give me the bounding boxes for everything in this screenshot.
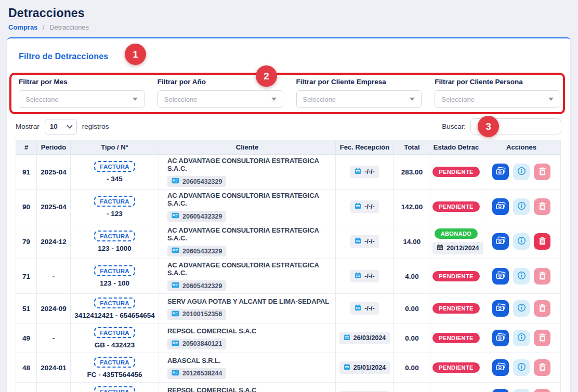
status-badge: PENDIENTE xyxy=(432,362,480,373)
row-number-cell: 90 xyxy=(16,190,37,224)
delete-button[interactable] xyxy=(534,233,550,250)
table-row: 902025-04FACTURA- 123AC ADVANTAGE CONSUL… xyxy=(16,190,561,224)
row-number-cell: 48 xyxy=(16,353,37,383)
breadcrumb-current: Detracciones xyxy=(49,23,89,31)
filter-cliente-empresa-label: Filtrar por Cliente Empresa xyxy=(296,78,422,86)
doc-type-badge: FACTURA xyxy=(94,231,135,241)
reception-cell: 22/03/2024 xyxy=(336,383,394,392)
table-header-row: # Periodo Tipo / N° Cliente Fec. Recepci… xyxy=(16,140,561,155)
filter-panel-title: Filtro de Detracciones xyxy=(19,52,108,61)
payment-button[interactable] xyxy=(492,268,509,285)
doc-type-cell: FACTURA3412412421 - 654654654 xyxy=(71,294,159,323)
reception-date: -/-/- xyxy=(364,273,374,280)
info-button[interactable] xyxy=(513,300,530,317)
reception-date-badge: -/-/- xyxy=(350,235,378,248)
period-cell: - xyxy=(37,323,71,353)
id-card-icon xyxy=(172,212,179,220)
payment-button[interactable] xyxy=(492,164,509,180)
client-ruc: 20503840121 xyxy=(182,340,222,347)
delete-button[interactable] xyxy=(534,300,550,317)
filter-mes-select[interactable]: Seleccione xyxy=(19,90,144,108)
id-card-icon xyxy=(172,178,179,185)
status-badge: PENDIENTE xyxy=(432,303,480,314)
client-ruc: 20126538244 xyxy=(182,370,222,377)
filter-cliente-persona-label: Filtrar por Cliente Persona xyxy=(435,78,560,86)
payment-button[interactable] xyxy=(492,330,509,346)
payment-button[interactable] xyxy=(492,198,509,215)
doc-type-badge: FACTURA xyxy=(94,386,135,392)
reception-date-badge: -/-/- xyxy=(350,166,378,178)
client-name: AC ADVANTAGE CONSULTORIA ESTRATEGICA S.A… xyxy=(167,157,333,172)
trash-icon xyxy=(538,304,546,314)
page-size-value: 10 xyxy=(50,123,58,130)
delete-button[interactable] xyxy=(534,164,550,180)
col-estado: Estado Detrac xyxy=(430,140,482,155)
info-button[interactable] xyxy=(513,389,530,392)
info-button[interactable] xyxy=(513,268,530,285)
doc-type-badge: FACTURA xyxy=(94,161,135,172)
filters-row: Filtrar por Mes Seleccione Filtrar por A… xyxy=(19,78,560,108)
info-button[interactable] xyxy=(513,198,530,215)
delete-button[interactable] xyxy=(534,389,550,392)
info-button[interactable] xyxy=(513,359,530,376)
row-number-cell: 71 xyxy=(16,259,37,294)
client-cell: SERV AGUA POTAB Y ALCANT DE LIMA-SEDAPAL… xyxy=(159,294,336,323)
payment-button[interactable] xyxy=(492,389,509,392)
info-button[interactable] xyxy=(513,330,530,346)
client-ruc-badge: 20126538244 xyxy=(167,368,226,379)
col-tipo: Tipo / N° xyxy=(71,140,159,155)
breadcrumb-compras-link[interactable]: Compras xyxy=(8,23,37,31)
client-cell: ABASCAL S.R.L.20126538244 xyxy=(159,353,336,383)
client-ruc-badge: 20503840121 xyxy=(167,339,226,349)
id-card-icon xyxy=(172,370,179,377)
col-total: Total xyxy=(394,140,430,155)
status-cell: PENDIENTE xyxy=(430,259,482,294)
col-num: # xyxy=(16,140,37,155)
payment-button[interactable] xyxy=(492,300,509,317)
status-cell: PENDIENTE xyxy=(430,353,482,383)
client-ruc-badge: 20605432329 xyxy=(167,246,226,256)
chevron-down-icon xyxy=(548,98,554,101)
doc-type-cell: FACTURA123 - 100 xyxy=(71,259,159,294)
info-button[interactable] xyxy=(513,164,530,180)
filter-anio-placeholder: Seleccione xyxy=(164,96,198,103)
delete-button[interactable] xyxy=(534,268,550,285)
actions-cell xyxy=(482,383,561,392)
total-cell: 0.00 xyxy=(394,353,430,383)
filter-cliente-empresa-select[interactable]: Seleccione xyxy=(296,90,422,108)
doc-type-badge: FACTURA xyxy=(94,357,135,368)
actions-group xyxy=(484,389,558,392)
delete-button[interactable] xyxy=(534,198,550,215)
table-body: 912025-04FACTURA- 345AC ADVANTAGE CONSUL… xyxy=(16,155,561,392)
trash-icon xyxy=(538,363,546,373)
trash-icon xyxy=(538,167,546,177)
payment-button[interactable] xyxy=(492,359,509,376)
chevron-down-icon xyxy=(410,98,415,101)
col-fec-recepcion: Fec. Recepción xyxy=(336,140,394,155)
filter-anio-select[interactable]: Seleccione xyxy=(157,90,283,108)
calendar-icon xyxy=(354,202,361,211)
payment-button[interactable] xyxy=(492,233,509,250)
reception-date: 26/03/2024 xyxy=(353,334,386,342)
delete-button[interactable] xyxy=(534,359,550,376)
total-cell: 142.00 xyxy=(394,190,430,224)
status-badge: PENDIENTE xyxy=(432,167,480,177)
reception-cell: -/-/- xyxy=(336,294,394,323)
breadcrumb: Compras / Detracciones xyxy=(8,23,578,31)
delete-button[interactable] xyxy=(534,330,550,346)
id-card-icon xyxy=(172,282,179,290)
filter-cliente-persona-select[interactable]: Seleccione xyxy=(435,90,560,108)
client-ruc-badge: 20605432329 xyxy=(167,280,226,291)
reception-date: 25/01/2024 xyxy=(353,364,386,371)
status-cell: PENDIENTE xyxy=(430,190,482,224)
table-row: 512024-09FACTURA3412412421 - 654654654SE… xyxy=(16,294,561,323)
info-button[interactable] xyxy=(513,233,530,250)
table-row: 912025-04FACTURA- 345AC ADVANTAGE CONSUL… xyxy=(16,155,561,190)
page-size-select[interactable]: 10 xyxy=(45,119,77,134)
calendar-icon xyxy=(354,237,361,246)
doc-type-cell: FACTURAFC - 435T564456 xyxy=(71,353,159,383)
page-size-suffix: registros xyxy=(82,123,109,130)
doc-type-cell: FACTURA123 - 1000 xyxy=(71,224,159,259)
row-number-cell: 51 xyxy=(16,294,37,323)
id-card-icon xyxy=(172,247,179,255)
